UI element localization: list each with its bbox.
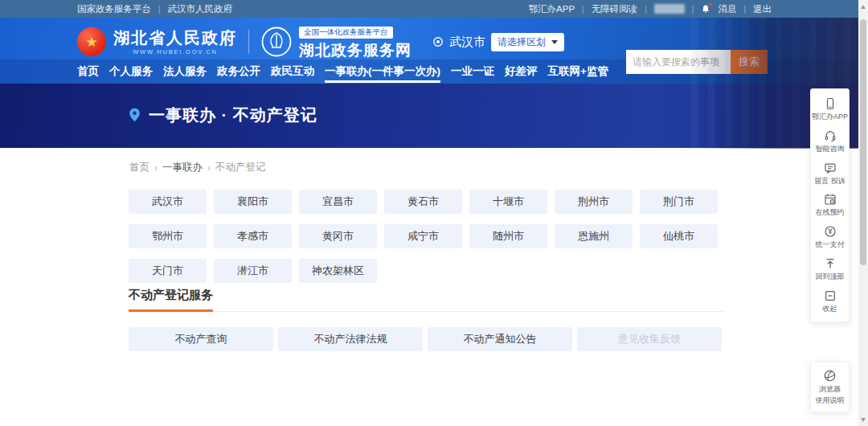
city-button-wuhan[interactable]: 武汉市 [129,190,207,214]
city-button-xiangyang[interactable]: 襄阳市 [214,190,292,214]
sidebar-label: 留言 投诉 [814,177,845,186]
sidebar-item-appointment[interactable]: 在线预约 [811,189,849,221]
nav-home[interactable]: 首页 [77,59,99,84]
search-bar: 搜索 [626,50,768,74]
scrollbar-down-arrow[interactable] [858,415,868,424]
hubei-gov-logo[interactable]: 湖北省人民政府 WWW.HUBEI.GOV.CN [113,29,237,55]
link-accessibility[interactable]: 无障碍阅读 [592,3,638,15]
service-buttons: 不动产查询 不动产法律法规 不动产通知公告 意见收集反馈 [129,327,722,351]
top-utility-bar: 国家政务服务平台 | 武汉市人民政府 鄂汇办APP | 无障碍阅读 | | 消息… [0,0,858,18]
breadcrumb-one-matter[interactable]: 一事联办 [162,161,203,174]
city-button-huanggang[interactable]: 黄冈市 [299,224,377,248]
topbar-right-links: 鄂汇办APP | 无障碍阅读 | | 消息 | 退出 [529,3,772,15]
service-button-laws-regulations[interactable]: 不动产法律法规 [278,327,423,351]
nav-personal-services[interactable]: 个人服务 [109,59,153,84]
notification-bell-icon [701,4,710,14]
gov-name: 湖北省人民政府 [113,29,237,47]
message-icon [824,162,837,174]
city-button-enshi[interactable]: 恩施州 [555,224,633,248]
calendar-icon [824,193,837,206]
link-national-platform[interactable]: 国家政务服务平台 [77,3,151,15]
page-banner: 一事联办 · 不动产登记 [0,84,858,148]
link-ehuiban-app[interactable]: 鄂汇办APP [529,3,575,15]
browser-icon [823,369,837,383]
sidebar-label: 统一支付 [816,240,845,249]
gov-url: WWW.HUBEI.GOV.CN [113,48,237,55]
sidebar-item-payment[interactable]: 统一支付 [811,221,849,253]
city-button-jingzhou[interactable]: 荆州市 [555,190,633,214]
city-button-yichang[interactable]: 宜昌市 [299,190,377,214]
city-button-shennongjia[interactable]: 神农架林区 [299,259,377,283]
region-select-label: 请选择区划 [497,35,546,49]
section-header: 不动产登记服务 [129,288,723,312]
link-wuhan-gov[interactable]: 武汉市人民政府 [168,3,233,15]
breadcrumb-separator: › [154,162,158,174]
sidebar-label: 智能咨询 [816,145,845,154]
city-button-xiantao[interactable]: 仙桃市 [640,224,718,248]
national-emblem-icon: ★ [77,27,106,56]
user-name-redacted[interactable] [654,4,685,14]
service-button-feedback[interactable]: 意见收集反馈 [577,327,722,351]
sidebar-item-consult[interactable]: 智能咨询 [811,125,849,158]
nav-one-matter-joint[interactable]: 一事联办(一件事一次办) [325,59,440,84]
region-select-button[interactable]: 请选择区划 [491,33,564,51]
mobile-app-icon [824,97,837,110]
sidebar-item-collapse[interactable]: 收起 [811,285,849,317]
browser-help-label-1: 浏览器 [819,385,841,394]
notification-dot [709,3,712,6]
section-title: 不动产登记服务 [129,288,213,312]
sidebar-label: 鄂汇办APP [812,113,848,121]
nav-gov-disclosure[interactable]: 政务公开 [217,59,260,84]
scrollbar-thumb[interactable] [860,19,866,265]
page-title-text: 一事联办 · 不动产登记 [149,104,317,126]
brand-row: ★ 湖北省人民政府 WWW.HUBEI.GOV.CN 全国一体化政务服务平台 湖… [77,23,564,60]
site-header: ★ 湖北省人民政府 WWW.HUBEI.GOV.CN 全国一体化政务服务平台 湖… [0,18,858,84]
divider: | [158,5,161,14]
city-button-huangshi[interactable]: 黄石市 [384,190,462,214]
browser-help-panel[interactable]: 浏览器 使用说明 [810,362,850,412]
topbar-left-links: 国家政务服务平台 | 武汉市人民政府 [77,3,232,15]
city-button-xiaogan[interactable]: 孝感市 [214,224,292,248]
service-button-notices[interactable]: 不动产通知公告 [428,327,572,351]
nav-internet-supervision[interactable]: 互联网+监管 [548,59,608,84]
nav-one-industry-license[interactable]: 一业一证 [451,59,494,84]
link-logout[interactable]: 退出 [753,3,772,15]
city-button-tianmen[interactable]: 天门市 [129,259,207,283]
city-button-ezhou[interactable]: 鄂州市 [129,224,207,248]
sidebar-item-app[interactable]: 鄂汇办APP [811,93,849,125]
sidebar-item-back-to-top[interactable]: 回到顶部 [811,253,849,285]
current-city: 武汉市 [449,35,485,50]
city-grid: 武汉市 襄阳市 宜昌市 黄石市 十堰市 荆州市 荆门市 鄂州市 孝感市 黄冈市 … [129,190,725,283]
scrollbar [858,0,868,426]
location-selector: 武汉市 请选择区划 [432,33,564,51]
sidebar-label: 在线预约 [816,208,845,217]
back-to-top-icon [824,257,837,270]
nav-corporate-services[interactable]: 法人服务 [163,59,207,84]
headset-icon [824,129,837,142]
sidebar-item-feedback[interactable]: 留言 投诉 [811,158,849,190]
scrollbar-up-arrow[interactable] [858,2,868,11]
page-title: 一事联办 · 不动产登记 [129,104,317,126]
divider: | [645,5,647,14]
city-button-suizhou[interactable]: 随州市 [469,224,547,248]
city-button-shiyan[interactable]: 十堰市 [469,190,547,214]
city-button-jingmen[interactable]: 荆门市 [640,190,718,214]
city-button-qianjiang[interactable]: 潜江市 [214,259,292,283]
nav-rating[interactable]: 好差评 [505,59,538,84]
divider: | [743,5,746,14]
nav-civic-interaction[interactable]: 政民互动 [271,59,314,84]
link-messages[interactable]: 消息 [718,3,736,15]
divider: | [582,5,584,14]
portal-text: 全国一体化政务服务平台 湖北政务服务网 [299,23,411,61]
city-button-xianning[interactable]: 咸宁市 [384,224,462,248]
portal-emblem-icon [260,26,293,58]
portal-logo[interactable]: 全国一体化政务服务平台 湖北政务服务网 [260,23,411,61]
service-button-property-query[interactable]: 不动产查询 [129,327,273,351]
search-input[interactable] [626,50,731,74]
sidebar-label: 回到顶部 [816,272,845,281]
breadcrumb-home[interactable]: 首页 [129,161,149,174]
floating-toolbar: 鄂汇办APP 智能咨询 留言 投诉 [810,88,850,322]
divider: | [692,5,694,14]
search-button[interactable]: 搜索 [731,50,768,74]
vertical-divider [248,30,249,54]
